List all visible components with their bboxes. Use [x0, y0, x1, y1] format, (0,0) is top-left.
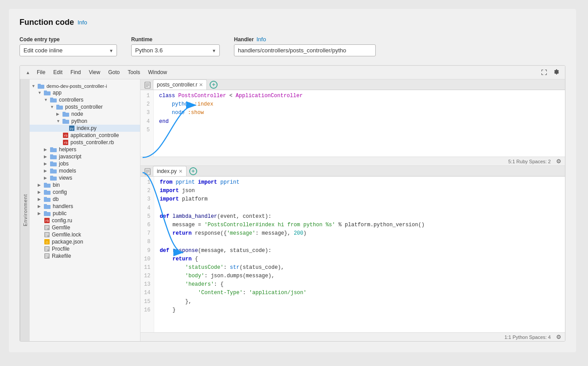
- tree-item-app-controller[interactable]: ▶ rb application_controlle: [30, 132, 140, 139]
- tab2-add-button[interactable]: +: [189, 167, 197, 175]
- tree-item-config-ru[interactable]: ▶ rb config.ru: [30, 217, 140, 224]
- editor-pane-2: index.py ✕ + 1 2 3 4 5 6 7: [140, 166, 565, 341]
- tree-item-posts-controller[interactable]: ▼ posts_controller: [30, 103, 140, 110]
- editor-tab-index-py[interactable]: index.py ✕: [153, 166, 187, 176]
- entry-type-select-wrapper: Edit code inline ▼: [19, 44, 117, 56]
- folder-icon-app: [44, 90, 51, 95]
- tree-label-gemfile: Gemfile: [52, 224, 70, 231]
- tree-label-posts-controller: posts_controller: [65, 104, 103, 110]
- ide-menu-find[interactable]: Find: [67, 68, 84, 77]
- entry-type-select[interactable]: Edit code inline: [19, 44, 117, 56]
- svg-text:py: py: [70, 127, 74, 130]
- tree-item-rakefile[interactable]: ▶ Rakefile: [30, 252, 140, 260]
- tree-item-posts-controller-rb[interactable]: ▶ rb posts_controller.rb: [30, 139, 140, 146]
- editor-tab-posts-controller[interactable]: posts_controller.r ✕: [153, 79, 207, 90]
- tree-item-procfile[interactable]: ▶ Procfile: [30, 245, 140, 252]
- svg-rect-33: [44, 197, 47, 199]
- folder-icon-javascript: [50, 154, 57, 159]
- page-title-row: Function code Info: [19, 18, 565, 27]
- handler-input[interactable]: [234, 44, 376, 56]
- tree-item-bin[interactable]: ▶ bin: [30, 181, 140, 189]
- editor-content-1[interactable]: 1 2 3 4 5 class PostsController < Applic…: [140, 90, 565, 157]
- tree-item-helpers[interactable]: ▶ helpers: [30, 146, 140, 153]
- svg-rect-31: [44, 190, 47, 192]
- tree-item-models[interactable]: ▶ models: [30, 167, 140, 174]
- statusbar-2-text: 1:1 Python Spaces: 4: [504, 335, 551, 340]
- tree-label-models: models: [59, 168, 76, 174]
- ide-menu-view[interactable]: View: [85, 68, 104, 77]
- page-title: Function code: [19, 18, 74, 27]
- tree-arrow-app: ▼: [38, 91, 44, 95]
- tree-item-javascript[interactable]: ▶ javascript: [30, 153, 140, 160]
- svg-text:rb: rb: [64, 134, 67, 138]
- tab2-close-icon[interactable]: ✕: [179, 169, 183, 174]
- tree-item-config[interactable]: ▶ config: [30, 189, 140, 196]
- tree-arrow-config: ▶: [38, 190, 44, 194]
- tab1-name: posts_controller.r: [157, 82, 197, 88]
- tab1-close-icon[interactable]: ✕: [199, 82, 203, 88]
- tree-label-gemfile-lock: Gemfile.lock: [52, 232, 81, 238]
- ide-settings-icon[interactable]: [552, 67, 561, 77]
- ide-collapse-icon[interactable]: ▲: [23, 68, 32, 77]
- tree-item-views[interactable]: ▶ views: [30, 174, 140, 181]
- handler-info-link[interactable]: Info: [257, 36, 266, 43]
- ide-menu-goto[interactable]: Goto: [105, 68, 123, 77]
- ide-container: ▲ File Edit Find View Goto Tools Window: [19, 65, 565, 342]
- tab2-name: index.py: [157, 168, 177, 174]
- tree-arrow-python: ▼: [56, 119, 62, 123]
- folder-icon-jobs: [50, 161, 57, 166]
- tree-item-index-py[interactable]: ▶ py index.py: [30, 125, 140, 132]
- svg-text:rb: rb: [64, 141, 67, 145]
- tree-item-controllers[interactable]: ▼ controllers: [30, 96, 140, 103]
- runtime-select[interactable]: Python 3.6: [131, 44, 220, 56]
- tree-item-root[interactable]: ▼ demo-dev-posts_controller-i: [30, 83, 140, 89]
- tree-label-node: node: [71, 111, 83, 117]
- folder-icon-posts-controller: [56, 104, 63, 110]
- folder-icon-root: [38, 83, 45, 89]
- tree-label-helpers: helpers: [59, 146, 76, 153]
- code-content-2[interactable]: from pprint import pprint import json im…: [154, 177, 565, 332]
- ide-menu-window[interactable]: Window: [144, 68, 171, 77]
- folder-icon-python: [62, 118, 70, 124]
- tree-item-db[interactable]: ▶ db: [30, 196, 140, 203]
- code-content-1[interactable]: class PostsController < ApplicationContr…: [154, 90, 565, 157]
- tree-item-handlers[interactable]: ▶ handlers: [30, 203, 140, 210]
- folder-icon-controllers: [50, 97, 57, 102]
- tree-item-jobs[interactable]: ▶ jobs: [30, 160, 140, 167]
- tree-item-gemfile[interactable]: ▶ Gemfile: [30, 224, 140, 231]
- editor-content-2[interactable]: 1 2 3 4 5 6 7 8 9 10 11 12 13: [140, 177, 565, 332]
- tree-item-gemfile-lock[interactable]: ▶ Gemfile.lock: [30, 231, 140, 238]
- svg-rect-23: [50, 161, 53, 163]
- config-row: Code entry type Edit code inline ▼ Runti…: [19, 36, 565, 56]
- tree-arrow-db: ▶: [38, 197, 44, 201]
- entry-type-field: Code entry type Edit code inline ▼: [19, 36, 117, 56]
- ide-body: Environment ▼ demo-dev-posts_controller-…: [20, 79, 565, 341]
- file-txt-icon-procfile: [44, 246, 50, 252]
- ide-menu-tools[interactable]: Tools: [124, 68, 144, 77]
- editor-tabs-1: posts_controller.r ✕ +: [140, 79, 565, 90]
- statusbar-2-gear-icon[interactable]: ⚙: [556, 334, 561, 340]
- tab1-add-button[interactable]: +: [210, 81, 218, 89]
- folder-icon-public: [44, 211, 51, 216]
- ide-fullscreen-icon[interactable]: [539, 67, 549, 77]
- tree-arrow-views: ▶: [44, 176, 50, 180]
- tree-item-python[interactable]: ▼ python: [30, 118, 140, 125]
- function-code-info-link[interactable]: Info: [78, 19, 87, 26]
- tree-item-node[interactable]: ▶ node: [30, 110, 140, 118]
- folder-icon-node: [62, 111, 70, 117]
- tree-item-public[interactable]: ▶ public: [30, 210, 140, 217]
- tree-item-app[interactable]: ▼ app: [30, 89, 140, 96]
- handler-label-row: Handler Info: [234, 36, 376, 43]
- ide-menu-file[interactable]: File: [33, 68, 49, 77]
- statusbar-1-gear-icon[interactable]: ⚙: [556, 158, 561, 165]
- svg-rect-5: [50, 98, 53, 99]
- file-json-icon: {}: [44, 239, 50, 245]
- svg-rect-29: [44, 183, 47, 185]
- tree-label-app: app: [53, 90, 62, 96]
- svg-rect-9: [62, 112, 66, 114]
- tree-label-jobs: jobs: [59, 161, 69, 167]
- tree-item-package-json[interactable]: ▶ {} package.json: [30, 238, 140, 245]
- ide-menu-edit[interactable]: Edit: [50, 68, 66, 77]
- svg-rect-7: [56, 105, 59, 106]
- editor-pane-1: posts_controller.r ✕ + 1 2 3 4 5: [140, 79, 565, 166]
